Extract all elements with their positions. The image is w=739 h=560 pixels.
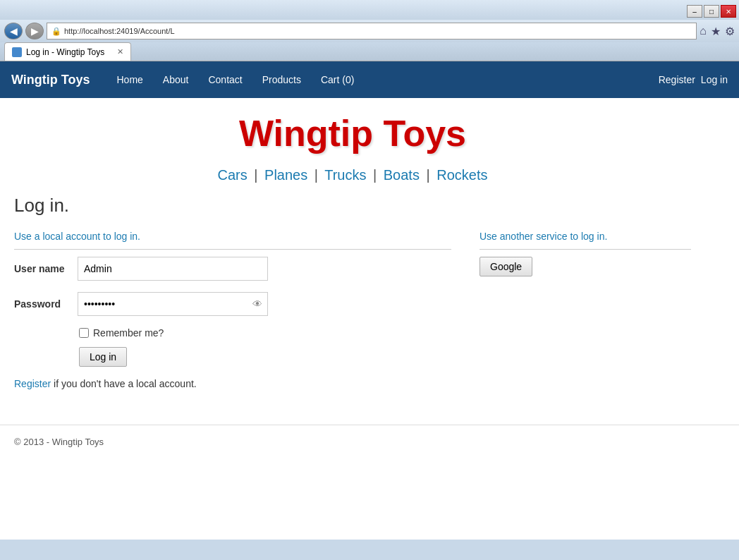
settings-icon[interactable]: ⚙: [725, 25, 735, 38]
cat-rockets[interactable]: Rockets: [436, 167, 487, 183]
nav-login[interactable]: Log in: [701, 74, 728, 85]
footer-text: © 2013 - Wingtip Toys: [14, 437, 104, 447]
category-links: Cars | Planes | Trucks | Boats | Rockets: [14, 162, 691, 195]
password-wrapper: 👁: [78, 292, 268, 316]
minimize-button[interactable]: –: [687, 5, 702, 18]
tab-icon: [12, 47, 22, 57]
address-bar[interactable]: 🔒 http://localhost:24019/Account/L: [47, 23, 697, 39]
tab-title: Log in - Wingtip Toys: [26, 47, 104, 57]
register-link[interactable]: Register: [14, 378, 51, 389]
other-service-label: Use another service to log in.: [480, 231, 691, 242]
login-button[interactable]: Log in: [79, 347, 127, 367]
remember-label: Remember me?: [93, 327, 164, 339]
close-button[interactable]: ✕: [721, 5, 736, 18]
cat-cars[interactable]: Cars: [217, 167, 247, 183]
divider-left: [14, 249, 451, 250]
back-button[interactable]: ◀: [4, 23, 23, 39]
nav-register[interactable]: Register: [659, 74, 695, 85]
back-icon: ◀: [10, 25, 18, 37]
local-account-label: Use a local account to log in.: [14, 231, 451, 242]
remember-row: Remember me?: [79, 327, 451, 339]
site-footer: © 2013 - Wingtip Toys: [0, 425, 739, 458]
home-icon[interactable]: ⌂: [700, 25, 707, 37]
cat-trucks[interactable]: Trucks: [324, 167, 366, 183]
forward-button[interactable]: ▶: [25, 23, 44, 39]
sep-4: |: [426, 167, 429, 183]
sep-3: |: [373, 167, 377, 183]
google-button[interactable]: Google: [480, 257, 532, 276]
site-brand: Wingtip Toys: [11, 73, 90, 87]
nav-contact[interactable]: Contact: [198, 61, 252, 98]
maximize-button[interactable]: □: [704, 5, 719, 18]
password-input[interactable]: [78, 292, 268, 316]
nav-links: Home About Contact Products Cart (0): [107, 61, 659, 98]
username-group: User name: [14, 257, 451, 281]
nav-home[interactable]: Home: [107, 61, 153, 98]
site-nav: Wingtip Toys Home About Contact Products…: [0, 61, 739, 98]
cat-planes[interactable]: Planes: [264, 167, 307, 183]
password-group: Password 👁: [14, 292, 451, 316]
register-text: Register if you don't have a local accou…: [14, 378, 451, 389]
nav-right: Register Log in: [659, 74, 728, 85]
active-tab[interactable]: Log in - Wingtip Toys ✕: [4, 42, 131, 61]
sep-2: |: [314, 167, 318, 183]
nav-cart[interactable]: Cart (0): [311, 61, 364, 98]
password-label: Password: [14, 298, 78, 310]
address-text: http://localhost:24019/Account/L: [64, 27, 175, 35]
remember-checkbox[interactable]: [79, 328, 89, 338]
username-input[interactable]: [78, 257, 268, 281]
tab-close-button[interactable]: ✕: [117, 47, 123, 56]
address-icon: 🔒: [51, 27, 61, 36]
sep-1: |: [254, 167, 257, 183]
password-toggle-icon[interactable]: 👁: [252, 298, 262, 310]
cat-boats[interactable]: Boats: [384, 167, 420, 183]
nav-products[interactable]: Products: [252, 61, 311, 98]
login-section: Use a local account to log in. User name…: [14, 224, 691, 396]
register-suffix: if you don't have a local account.: [54, 378, 197, 389]
favorites-icon[interactable]: ★: [711, 25, 721, 38]
forward-icon: ▶: [31, 25, 39, 37]
username-label: User name: [14, 263, 78, 274]
login-left: Use a local account to log in. User name…: [14, 231, 480, 389]
login-right: Use another service to log in. Google: [480, 231, 691, 389]
login-heading: Log in.: [14, 195, 691, 217]
page-title: Wingtip Toys: [14, 98, 691, 162]
nav-about[interactable]: About: [153, 61, 199, 98]
divider-right: [480, 249, 691, 250]
